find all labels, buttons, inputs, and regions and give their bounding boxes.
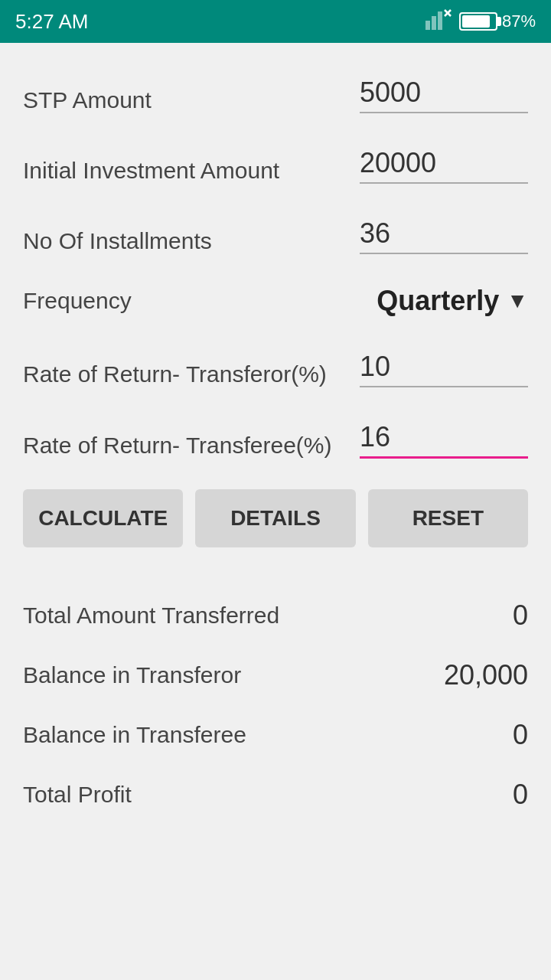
status-bar: 5:27 AM 87% <box>0 0 551 43</box>
initial-investment-label: Initial Investment Amount <box>23 158 360 184</box>
initial-investment-input-container <box>360 144 528 184</box>
chevron-down-icon: ▼ <box>507 289 528 313</box>
total-amount-transferred-label: Total Amount Transferred <box>23 603 279 629</box>
balance-transferor-value: 20,000 <box>444 659 528 691</box>
reset-button[interactable]: RESET <box>368 489 528 547</box>
rate-transferee-input[interactable] <box>360 418 528 456</box>
rate-transferee-row: Rate of Return- Transferee(%) <box>23 418 528 459</box>
total-profit-value: 0 <box>513 779 528 811</box>
battery-fill <box>462 15 491 28</box>
initial-investment-input[interactable] <box>360 144 528 182</box>
installments-label: No Of Installments <box>23 228 360 254</box>
calculate-button[interactable]: CALCULATE <box>23 489 183 547</box>
battery-percent: 87% <box>502 11 536 31</box>
balance-transferor-row: Balance in Transferor 20,000 <box>23 645 528 705</box>
frequency-row: Frequency Quarterly ▼ <box>23 285 528 317</box>
total-profit-label: Total Profit <box>23 782 132 808</box>
battery-container: 87% <box>459 11 536 31</box>
stp-amount-input[interactable] <box>360 74 528 112</box>
frequency-select[interactable]: Quarterly ▼ <box>377 285 528 317</box>
results-section: Total Amount Transferred 0 Balance in Tr… <box>23 578 528 825</box>
rate-transferor-label: Rate of Return- Transferor(%) <box>23 361 360 387</box>
rate-transferor-row: Rate of Return- Transferor(%) <box>23 348 528 387</box>
installments-input-container <box>360 214 528 254</box>
initial-investment-row: Initial Investment Amount <box>23 144 528 184</box>
rate-transferor-input[interactable] <box>360 348 528 386</box>
buttons-row: CALCULATE DETAILS RESET <box>23 489 528 547</box>
signal-icon <box>425 8 452 34</box>
status-time: 5:27 AM <box>15 10 88 34</box>
total-profit-row: Total Profit 0 <box>23 765 528 825</box>
battery-icon <box>459 12 497 31</box>
stp-amount-input-container <box>360 74 528 113</box>
stp-amount-label: STP Amount <box>23 87 360 113</box>
details-button[interactable]: DETAILS <box>195 489 355 547</box>
rate-transferor-input-container <box>360 348 528 387</box>
rate-transferee-label: Rate of Return- Transferee(%) <box>23 433 360 459</box>
stp-amount-row: STP Amount <box>23 74 528 113</box>
rate-transferee-input-container <box>360 418 528 459</box>
total-amount-transferred-row: Total Amount Transferred 0 <box>23 586 528 645</box>
total-amount-transferred-value: 0 <box>513 599 528 632</box>
balance-transferee-value: 0 <box>513 719 528 751</box>
svg-rect-2 <box>438 11 442 30</box>
balance-transferee-label: Balance in Transferee <box>23 722 246 748</box>
svg-rect-0 <box>425 21 430 30</box>
installments-row: No Of Installments <box>23 214 528 254</box>
svg-rect-1 <box>432 16 436 30</box>
main-content: STP Amount Initial Investment Amount No … <box>0 43 551 848</box>
balance-transferor-label: Balance in Transferor <box>23 662 241 688</box>
frequency-value: Quarterly <box>377 285 499 317</box>
status-right: 87% <box>425 8 536 34</box>
installments-input[interactable] <box>360 214 528 253</box>
balance-transferee-row: Balance in Transferee 0 <box>23 705 528 765</box>
frequency-label: Frequency <box>23 288 132 314</box>
